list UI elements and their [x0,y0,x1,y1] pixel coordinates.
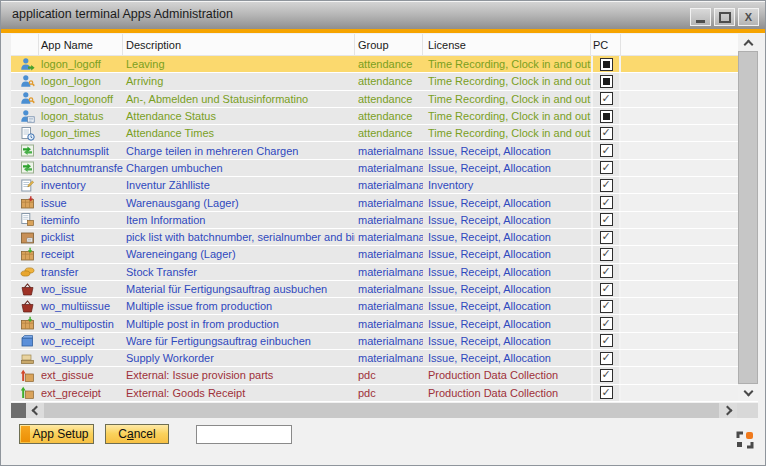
pc-checkbox[interactable]: ✓ [600,317,613,330]
close-button[interactable]: X [738,8,759,26]
cell-filler [621,56,738,72]
pc-checkbox[interactable]: ✓ [600,248,613,261]
cell-app-name: logon_logoff [39,56,123,72]
box-list-icon [11,229,39,245]
table-row[interactable]: batchnumsplitCharge teilen in mehreren C… [11,142,758,159]
table-row[interactable]: iteminfoItem Informationmaterialmanageme… [11,212,758,229]
cell-license: Issue, Receipt, Allocation [423,298,591,314]
cell-description: Material für Fertigungsauftrag ausbuchen [123,281,355,297]
app-setup-button[interactable]: App Setup [19,424,94,444]
vertical-scrollbar[interactable] [738,34,758,401]
pc-checkbox[interactable]: ✓ [600,161,613,174]
pc-checkbox[interactable]: ✓ [600,144,613,157]
cell-app-name: wo_receipt [39,333,123,349]
table-row[interactable]: wo_multipostinMultiple post in from prod… [11,315,758,332]
table-row[interactable]: receiptWareneingang (Lager)materialmanag… [11,246,758,263]
column-header-description[interactable]: Description [123,34,355,55]
column-header-group[interactable]: Group [355,34,423,55]
table-row[interactable]: wo_multiissueMultiple issue from product… [11,298,758,315]
table-row[interactable]: inventoryInventur Zähllistematerialmanag… [11,177,758,194]
table-row[interactable]: wo_supplySupply Workordermaterialmanagem… [11,350,758,367]
column-header-license[interactable]: License [423,34,591,55]
vertical-scroll-thumb[interactable] [738,51,758,384]
split-arrows-icon [11,142,39,158]
pc-checkbox[interactable]: ✓ [600,92,613,105]
horizontal-scroll-thumb[interactable] [11,403,26,418]
table-row[interactable]: logon_logonArrivingattendanceTime Record… [11,73,758,90]
table-row[interactable]: logon_logonoffAn-, Abmelden und Statusin… [11,91,758,108]
pc-checkbox[interactable] [600,58,613,71]
pc-checkbox[interactable]: ✓ [600,127,613,140]
default-button-indicator [21,426,30,442]
cell-description: An-, Abmelden und Statusinformatino [123,91,355,107]
chevron-right-icon [722,406,732,416]
cell-app-name: ext_gissue [39,367,123,383]
cell-license: Production Data Collection [423,385,591,401]
horizontal-scrollbar[interactable] [11,403,758,418]
cell-app-name: batchnumsplit [39,142,123,158]
cell-app-name: wo_multiissue [39,298,123,314]
column-header-app-name[interactable]: App Name [39,34,123,55]
pc-checkbox[interactable]: ✓ [600,265,613,278]
table-row[interactable]: transferStock Transfermaterialmanagement… [11,264,758,281]
doc-box-icon [11,212,39,228]
coins-icon [11,264,39,280]
column-header-pc[interactable]: PC [591,34,621,55]
cell-app-name: wo_multipostin [39,315,123,331]
cell-description: Arriving [123,73,355,89]
cell-filler [621,333,738,349]
pc-checkbox[interactable] [600,110,613,123]
cell-pc: ✓ [591,246,621,262]
cell-description: Stock Transfer [123,264,355,280]
box-up-green-icon [11,385,39,401]
resize-grip-icon[interactable] [735,430,755,450]
cell-pc: ✓ [591,125,621,141]
cell-filler [621,212,738,228]
horizontal-scroll-track[interactable] [44,403,719,418]
cell-filler [621,281,738,297]
pc-checkbox[interactable]: ✓ [600,283,613,296]
cell-filler [621,367,738,383]
cell-app-name: logon_logonoff [39,91,123,107]
pc-checkbox[interactable]: ✓ [600,352,613,365]
pc-checkbox[interactable]: ✓ [600,334,613,347]
pc-checkbox[interactable] [600,75,613,88]
footer-text-input[interactable] [196,425,292,444]
minimize-button[interactable] [690,8,711,26]
scroll-right-button[interactable] [719,403,737,418]
table-row[interactable]: wo_receiptWare für Fertigungsauftrag ein… [11,333,758,350]
cell-app-name: receipt [39,246,123,262]
table-row[interactable]: wo_issueMaterial für Fertigungsauftrag a… [11,281,758,298]
cell-group: materialmanagement [355,350,423,366]
table-row[interactable]: picklistpick list with batchnumber, seri… [11,229,758,246]
cancel-button[interactable]: Cancel [105,424,169,444]
pc-checkbox[interactable]: ✓ [600,369,613,382]
table-row[interactable]: ext_greceiptExternal: Goods ReceiptpdcPr… [11,385,758,402]
blue-box-icon [11,333,39,349]
scroll-down-button[interactable] [738,384,758,401]
cell-description: Leaving [123,56,355,72]
cell-pc [591,56,621,72]
table-row[interactable]: ext_gissueExternal: Issue provision part… [11,367,758,384]
pc-checkbox[interactable]: ✓ [600,300,613,313]
pc-checkbox[interactable]: ✓ [600,386,613,399]
maximize-button[interactable] [714,8,735,26]
cell-description: Charge teilen in mehreren Chargen [123,142,355,158]
cell-pc [591,73,621,89]
pc-checkbox[interactable]: ✓ [600,179,613,192]
table-row[interactable]: batchnumtransferChargen umbuchenmaterial… [11,160,758,177]
pc-checkbox[interactable]: ✓ [600,196,613,209]
scroll-up-button[interactable] [738,34,758,51]
table-row[interactable]: issueWarenausgang (Lager)materialmanagem… [11,194,758,211]
table-row[interactable]: logon_statusAttendance StatusattendanceT… [11,108,758,125]
table-row[interactable]: logon_logoffLeavingattendanceTime Record… [11,56,758,73]
title-bar[interactable]: application terminal Apps Administration… [1,1,765,29]
table-row[interactable]: logon_timesAttendance TimesattendanceTim… [11,125,758,142]
cell-filler [621,177,738,193]
basket-red-icon [11,298,39,314]
pc-checkbox[interactable]: ✓ [600,213,613,226]
cell-license: Issue, Receipt, Allocation [423,350,591,366]
cell-filler [621,91,738,107]
pc-checkbox[interactable]: ✓ [600,231,613,244]
scroll-left-button[interactable] [26,403,44,418]
